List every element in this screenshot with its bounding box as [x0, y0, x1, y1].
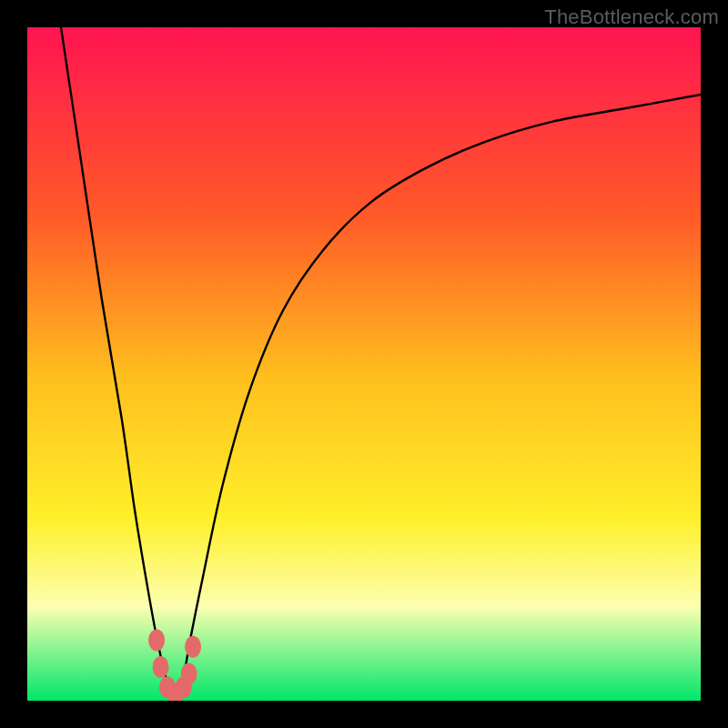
curve-marker [148, 629, 165, 651]
curve-marker [153, 656, 169, 678]
curve-marker [181, 662, 197, 684]
chart-frame: TheBottleneck.com [0, 0, 728, 728]
gradient-background [27, 27, 701, 701]
chart-svg [27, 27, 701, 701]
watermark-text: TheBottleneck.com [544, 5, 719, 29]
plot-area [27, 27, 701, 701]
curve-marker [185, 636, 201, 658]
